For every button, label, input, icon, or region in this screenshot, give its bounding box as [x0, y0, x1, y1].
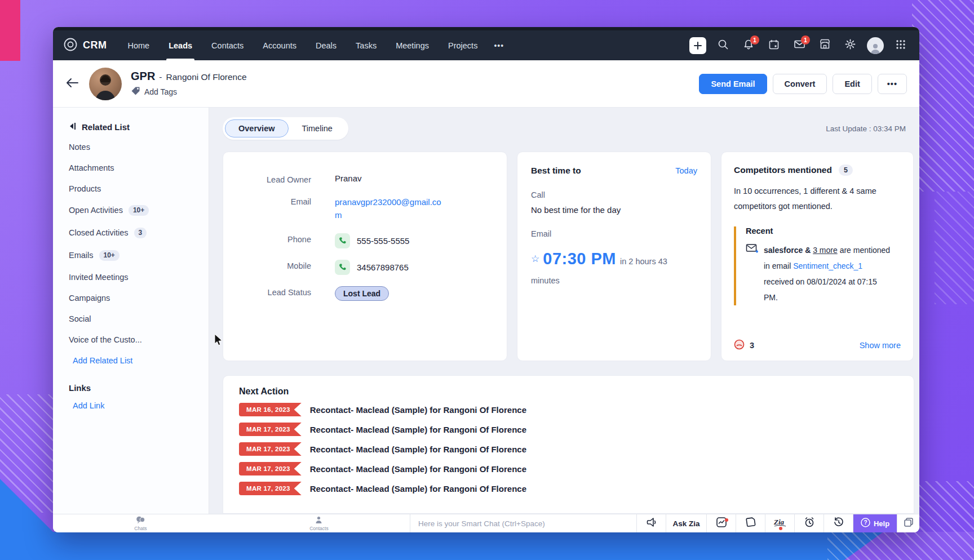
tab-timeline[interactable]: Timeline	[289, 119, 346, 137]
count-badge: 10+	[99, 250, 119, 261]
reminders-button[interactable]	[794, 514, 824, 532]
next-action-text[interactable]: Recontact- Maclead (Sample) for Rangoni …	[310, 425, 526, 434]
edit-button[interactable]: Edit	[833, 74, 871, 94]
sidebar-item-emails[interactable]: Emails10+	[69, 244, 201, 266]
convert-button[interactable]: Convert	[773, 74, 827, 94]
call-label: Call	[531, 190, 697, 199]
zia-signature-button[interactable]: Zia	[765, 514, 794, 532]
lead-photo[interactable]	[89, 68, 122, 100]
ask-zia-button[interactable]: Ask Zia	[666, 514, 706, 532]
sidebar-item-campaigns[interactable]: Campaigns	[69, 287, 201, 308]
nav-item-contacts[interactable]: Contacts	[202, 30, 253, 60]
nav-item-home[interactable]: Home	[118, 30, 160, 60]
next-action-row[interactable]: MAR 17, 2023 Recontact- Maclead (Sample)…	[239, 482, 898, 495]
crm-brand[interactable]: CRM	[63, 30, 107, 60]
history-icon	[833, 517, 844, 530]
next-action-row[interactable]: MAR 17, 2023 Recontact- Maclead (Sample)…	[239, 423, 898, 436]
store-icon	[819, 38, 831, 52]
nav-item-accounts[interactable]: Accounts	[253, 30, 306, 60]
settings-button[interactable]	[839, 35, 861, 56]
next-action-row[interactable]: MAR 17, 2023 Recontact- Maclead (Sample)…	[239, 442, 898, 456]
nav-menu: Home Leads Contacts Accounts Deals Tasks…	[118, 30, 511, 60]
next-action-text[interactable]: Recontact- Maclead (Sample) for Rangoni …	[310, 464, 526, 474]
user-avatar	[867, 37, 884, 54]
crm-logo-icon	[63, 37, 78, 54]
mention-email-link[interactable]: Sentiment_check_1	[793, 261, 862, 270]
competitors-title: Competitors mentioned	[734, 165, 832, 175]
nav-item-meetings[interactable]: Meetings	[386, 30, 439, 60]
more-competitors-link[interactable]: 3 more	[813, 246, 838, 255]
zia-alert-dot	[779, 527, 782, 530]
competitors-count-badge: 5	[839, 165, 853, 176]
lead-owner-value[interactable]: Pranav	[335, 174, 362, 183]
call-phone-button[interactable]	[335, 233, 350, 248]
calendar-button[interactable]	[763, 35, 785, 56]
crm-app-window: CRM Home Leads Contacts Accounts Deals T…	[53, 27, 919, 532]
sidebar-item-voice-of-customer[interactable]: Voice of the Custo...	[69, 329, 201, 350]
add-tags-control[interactable]: Add Tags	[131, 86, 247, 97]
user-avatar-button[interactable]	[865, 35, 886, 56]
lead-status-badge[interactable]: Lost Lead	[335, 286, 389, 301]
smart-chat-input[interactable]	[418, 519, 628, 528]
history-button[interactable]	[824, 514, 853, 532]
copy-stack-button[interactable]	[897, 514, 919, 532]
notifications-button[interactable]: 1	[738, 35, 759, 56]
add-related-list-link[interactable]: Add Related List	[69, 350, 201, 371]
plus-icon	[689, 37, 706, 54]
email-link[interactable]: pranavgpr232000@gmail.com	[335, 195, 442, 222]
desktop-background: CRM Home Leads Contacts Accounts Deals T…	[0, 0, 974, 560]
view-tabs: Overview Timeline	[223, 117, 348, 140]
send-email-button[interactable]: Send Email	[699, 74, 767, 94]
background-stripes-right	[935, 192, 974, 304]
sidebar-item-open-activities[interactable]: Open Activities10+	[69, 199, 201, 221]
marketplace-button[interactable]	[814, 35, 835, 56]
sidebar-item-products[interactable]: Products	[69, 178, 201, 199]
notes-button[interactable]	[736, 514, 765, 532]
phone-value[interactable]: 555-555-5555	[357, 236, 409, 246]
announcements-button[interactable]	[636, 514, 666, 532]
contacts-shortcut[interactable]: Contacts	[309, 515, 329, 531]
nav-item-projects[interactable]: Projects	[439, 30, 487, 60]
next-action-row[interactable]: MAR 17, 2023 Recontact- Maclead (Sample)…	[239, 462, 898, 475]
quick-create-button[interactable]	[687, 35, 709, 56]
record-title-block: GPR - Rangoni Of Florence Add Tags	[131, 70, 247, 97]
call-best-time-value: No best time for the day	[531, 205, 697, 215]
add-link-link[interactable]: Add Link	[69, 395, 201, 416]
today-link[interactable]: Today	[675, 166, 697, 175]
back-button[interactable]	[65, 77, 79, 91]
sidebar-item-invited-meetings[interactable]: Invited Meetings	[69, 266, 201, 287]
field-email: Email pranavgpr232000@gmail.com	[223, 195, 507, 222]
next-action-text[interactable]: Recontact- Maclead (Sample) for Rangoni …	[310, 445, 526, 454]
collapse-panel-icon[interactable]	[69, 122, 76, 132]
sidebar-item-attachments[interactable]: Attachments	[69, 157, 201, 178]
show-more-link[interactable]: Show more	[860, 341, 901, 350]
mail-button[interactable]: 1	[789, 35, 810, 56]
more-actions-button[interactable]: •••	[878, 74, 907, 94]
sidebar-item-closed-activities[interactable]: Closed Activities3	[69, 221, 201, 244]
tab-overview[interactable]: Overview	[225, 119, 289, 137]
apps-grid-icon	[896, 39, 906, 52]
sidebar-item-notes[interactable]: Notes	[69, 136, 201, 157]
search-button[interactable]	[712, 35, 734, 56]
next-action-text[interactable]: Recontact- Maclead (Sample) for Rangoni …	[310, 484, 526, 494]
sidebar-item-social[interactable]: Social	[69, 308, 201, 329]
zia-insights-button[interactable]	[706, 514, 736, 532]
mobile-value[interactable]: 34567898765	[357, 263, 409, 272]
copy-stack-icon	[904, 517, 914, 530]
apps-grid-button[interactable]	[890, 35, 911, 56]
nav-item-tasks[interactable]: Tasks	[346, 30, 386, 60]
next-action-text[interactable]: Recontact- Maclead (Sample) for Rangoni …	[310, 405, 526, 415]
sidebar-item-label: Notes	[69, 143, 90, 152]
help-button[interactable]: ? Help	[853, 514, 897, 532]
call-mobile-button[interactable]	[335, 260, 350, 275]
next-action-row[interactable]: MAR 16, 2023 Recontact- Maclead (Sample)…	[239, 403, 898, 416]
nav-overflow-button[interactable]: •••	[487, 30, 511, 60]
alarm-clock-icon	[804, 517, 815, 530]
nav-item-leads[interactable]: Leads	[159, 30, 202, 60]
date-ribbon: MAR 17, 2023	[239, 423, 302, 436]
nav-item-deals[interactable]: Deals	[306, 30, 346, 60]
gear-icon	[844, 38, 856, 52]
chat-bubbles-icon	[136, 515, 145, 526]
chats-shortcut[interactable]: Chats	[134, 515, 147, 531]
negative-sentiment-counter[interactable]: 3	[734, 339, 754, 352]
